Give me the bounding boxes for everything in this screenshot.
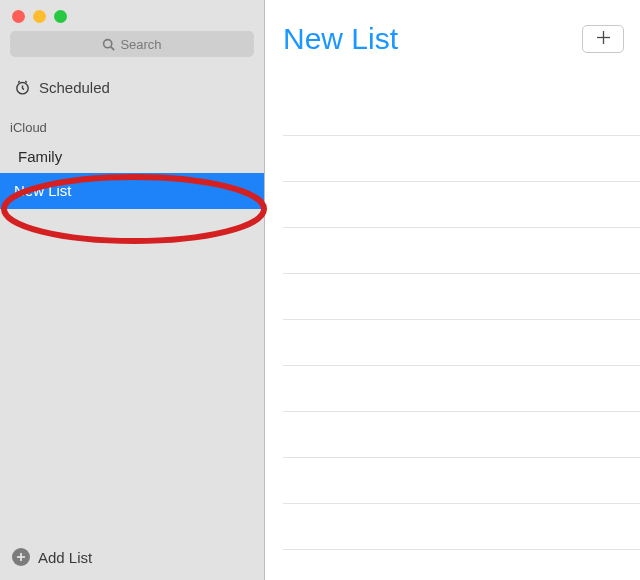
- sidebar-list-new-list[interactable]: New List: [0, 173, 264, 209]
- add-reminder-button[interactable]: [582, 25, 624, 53]
- main-pane: New List: [265, 0, 640, 580]
- scheduled-item[interactable]: Scheduled: [0, 65, 264, 104]
- empty-row[interactable]: [283, 90, 640, 136]
- sidebar-list-family[interactable]: Family: [0, 141, 264, 173]
- empty-row[interactable]: [283, 320, 640, 366]
- fullscreen-window-button[interactable]: [54, 10, 67, 23]
- empty-row[interactable]: [283, 412, 640, 458]
- list-item-label: New List: [14, 182, 72, 199]
- empty-row[interactable]: [283, 182, 640, 228]
- plus-circle-icon: [12, 548, 30, 566]
- minimize-window-button[interactable]: [33, 10, 46, 23]
- section-header-icloud: iCloud: [0, 104, 264, 141]
- clock-icon: [14, 79, 31, 96]
- svg-point-0: [104, 39, 112, 47]
- empty-row[interactable]: [283, 458, 640, 504]
- add-list-label: Add List: [38, 549, 92, 566]
- empty-row[interactable]: [283, 228, 640, 274]
- search-placeholder: Search: [120, 37, 161, 52]
- empty-row[interactable]: [283, 504, 640, 550]
- window-controls: [0, 0, 264, 29]
- empty-row[interactable]: [283, 274, 640, 320]
- sidebar: Search Scheduled iCloud Family New List: [0, 0, 265, 580]
- list-item-label: Family: [18, 148, 62, 165]
- main-header: New List: [265, 0, 640, 60]
- reminders-window: Search Scheduled iCloud Family New List: [0, 0, 640, 580]
- list-title: New List: [283, 22, 398, 56]
- add-list-button[interactable]: Add List: [0, 538, 264, 580]
- reminder-rows[interactable]: [265, 60, 640, 580]
- empty-row[interactable]: [283, 366, 640, 412]
- search-input[interactable]: Search: [10, 31, 254, 57]
- scheduled-label: Scheduled: [39, 79, 110, 96]
- close-window-button[interactable]: [12, 10, 25, 23]
- search-icon: [102, 38, 115, 51]
- plus-icon: [596, 30, 611, 49]
- svg-line-1: [111, 46, 114, 49]
- empty-row[interactable]: [283, 136, 640, 182]
